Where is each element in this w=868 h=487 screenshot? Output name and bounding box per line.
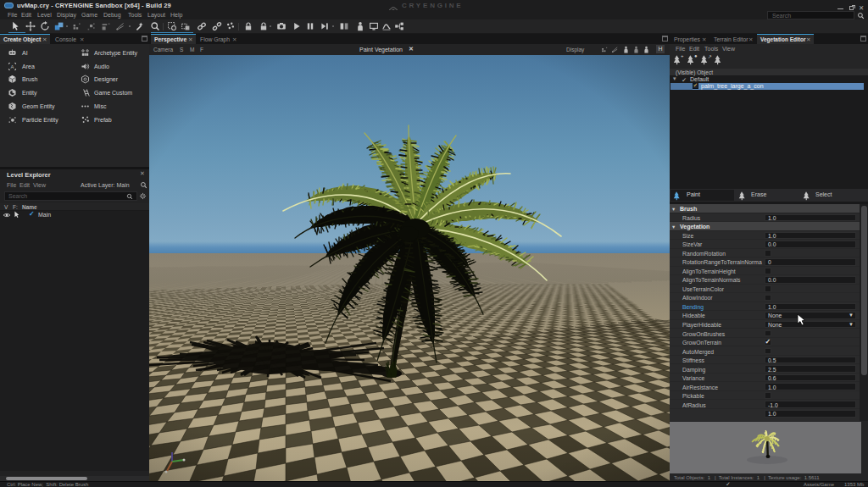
svg-text:A: A [11, 64, 14, 69]
